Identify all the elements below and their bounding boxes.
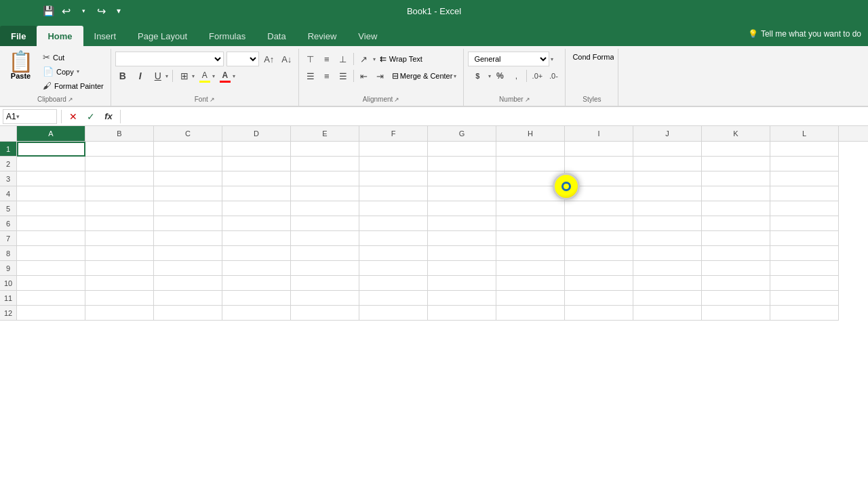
cell-K11[interactable]	[702, 291, 770, 306]
tell-me-text[interactable]: Tell me what you want to do	[761, 29, 861, 39]
col-header-B[interactable]: B	[85, 126, 154, 141]
clipboard-expand-icon[interactable]: ↗	[68, 96, 73, 103]
name-box-dropdown-icon[interactable]: ▾	[16, 113, 20, 120]
cell-B5[interactable]	[85, 201, 154, 216]
underline-button[interactable]: U	[151, 68, 165, 83]
cell-L5[interactable]	[770, 201, 839, 216]
decrease-decimal-button[interactable]: .0-	[546, 68, 561, 83]
col-header-J[interactable]: J	[633, 126, 702, 141]
confirm-formula-button[interactable]: ✓	[83, 109, 98, 124]
cell-C1[interactable]	[154, 142, 222, 157]
cell-I9[interactable]	[565, 261, 633, 276]
cell-H7[interactable]	[496, 231, 565, 246]
cell-G7[interactable]	[428, 231, 496, 246]
cell-G12[interactable]	[428, 306, 496, 321]
quick-access-toolbar[interactable]: 💾 ↩ ▾ ↪ ▾	[41, 3, 126, 18]
cell-D11[interactable]	[222, 291, 291, 306]
cell-F5[interactable]	[359, 201, 428, 216]
borders-button[interactable]: ⊞	[177, 68, 192, 83]
cell-G4[interactable]	[428, 186, 496, 201]
copy-dropdown-icon[interactable]: ▾	[77, 68, 79, 75]
undo-dropdown-icon[interactable]: ▾	[76, 3, 91, 18]
col-header-I[interactable]: I	[565, 126, 633, 141]
col-header-H[interactable]: H	[496, 126, 565, 141]
font-color-dropdown-icon[interactable]: ▾	[233, 73, 235, 79]
cell-D6[interactable]	[222, 216, 291, 231]
cell-J7[interactable]	[633, 231, 702, 246]
cell-L9[interactable]	[770, 261, 839, 276]
col-header-C[interactable]: C	[154, 126, 222, 141]
row-num-8[interactable]: 8	[0, 246, 16, 261]
font-expand-icon[interactable]: ↗	[210, 96, 215, 103]
cell-L7[interactable]	[770, 231, 839, 246]
grid-area[interactable]	[17, 142, 868, 321]
cell-B8[interactable]	[85, 246, 154, 261]
borders-dropdown-icon[interactable]: ▾	[192, 73, 195, 79]
cell-I7[interactable]	[565, 231, 633, 246]
cell-L6[interactable]	[770, 216, 839, 231]
cell-J3[interactable]	[633, 171, 702, 186]
cell-J10[interactable]	[633, 276, 702, 291]
cell-D9[interactable]	[222, 261, 291, 276]
cell-F1[interactable]	[359, 142, 428, 157]
bold-button[interactable]: B	[115, 68, 130, 83]
font-color-button[interactable]: A	[218, 68, 233, 83]
align-right-button[interactable]: ☰	[336, 68, 351, 83]
cell-J5[interactable]	[633, 201, 702, 216]
cell-C8[interactable]	[154, 246, 222, 261]
decrease-font-size-button[interactable]: A↓	[279, 52, 294, 66]
row-num-5[interactable]: 5	[0, 201, 16, 216]
percent-button[interactable]: %	[492, 68, 507, 83]
cell-I10[interactable]	[565, 276, 633, 291]
cell-K8[interactable]	[702, 246, 770, 261]
cell-A5[interactable]	[17, 201, 85, 216]
cell-K2[interactable]	[702, 157, 770, 171]
col-header-A[interactable]: A	[17, 126, 85, 141]
cell-E10[interactable]	[291, 276, 359, 291]
cell-E1[interactable]	[291, 142, 359, 157]
cell-L4[interactable]	[770, 186, 839, 201]
cell-C2[interactable]	[154, 157, 222, 171]
cell-E2[interactable]	[291, 157, 359, 171]
cell-G10[interactable]	[428, 276, 496, 291]
col-header-D[interactable]: D	[222, 126, 291, 141]
cell-K5[interactable]	[702, 201, 770, 216]
cell-E8[interactable]	[291, 246, 359, 261]
cell-C6[interactable]	[154, 216, 222, 231]
merge-center-dropdown-icon[interactable]: ▾	[454, 73, 456, 79]
cell-K1[interactable]	[702, 142, 770, 157]
cell-K7[interactable]	[702, 231, 770, 246]
font-size-select[interactable]	[226, 52, 259, 66]
cell-H12[interactable]	[496, 306, 565, 321]
cell-H1[interactable]	[496, 142, 565, 157]
cell-H2[interactable]	[496, 157, 565, 171]
orientation-dropdown-icon[interactable]: ▾	[373, 56, 376, 62]
cell-F9[interactable]	[359, 261, 428, 276]
font-family-select[interactable]	[115, 52, 224, 66]
cell-E5[interactable]	[291, 201, 359, 216]
cell-C10[interactable]	[154, 276, 222, 291]
cell-G9[interactable]	[428, 261, 496, 276]
cell-D7[interactable]	[222, 231, 291, 246]
cell-I11[interactable]	[565, 291, 633, 306]
cell-D12[interactable]	[222, 306, 291, 321]
cell-F3[interactable]	[359, 171, 428, 186]
cell-B1[interactable]	[85, 142, 154, 157]
cell-F6[interactable]	[359, 216, 428, 231]
cell-J9[interactable]	[633, 261, 702, 276]
cell-I8[interactable]	[565, 246, 633, 261]
format-painter-button[interactable]: 🖌 Format Painter	[40, 79, 106, 92]
cell-F2[interactable]	[359, 157, 428, 171]
col-header-E[interactable]: E	[291, 126, 359, 141]
alignment-expand-icon[interactable]: ↗	[394, 96, 399, 103]
cell-B10[interactable]	[85, 276, 154, 291]
cell-K6[interactable]	[702, 216, 770, 231]
cell-K4[interactable]	[702, 186, 770, 201]
align-middle-button[interactable]: ≡	[319, 52, 334, 66]
underline-dropdown-icon[interactable]: ▾	[165, 73, 168, 79]
cell-B3[interactable]	[85, 171, 154, 186]
cell-J1[interactable]	[633, 142, 702, 157]
cell-L3[interactable]	[770, 171, 839, 186]
tab-review[interactable]: Review	[297, 26, 348, 46]
orientation-button[interactable]: ↗	[357, 52, 372, 66]
